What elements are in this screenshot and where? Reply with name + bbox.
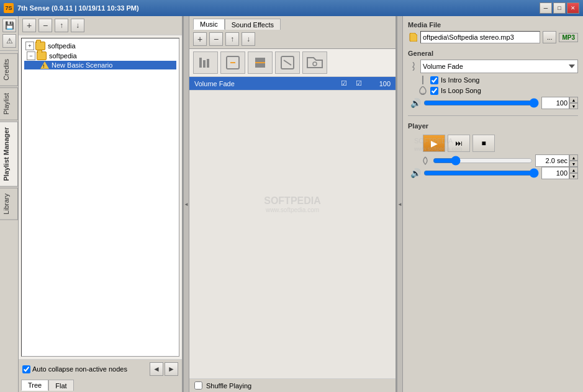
section-divider <box>408 115 578 116</box>
tree-label: New Basic Scenario <box>52 61 112 69</box>
track-list: Volume Fade ☑ ☑ 100 <box>189 77 395 378</box>
volume-down-button[interactable]: ▼ <box>569 103 578 109</box>
warn-button[interactable]: ⚠ <box>2 34 16 48</box>
window-controls: ─ □ ✕ <box>540 2 579 14</box>
player-volume-slider[interactable] <box>423 168 539 178</box>
time-input[interactable] <box>535 154 569 167</box>
move-down-button[interactable]: ↓ <box>71 19 84 32</box>
tree-item-selected[interactable]: New Basic Scenario <box>24 61 176 69</box>
volume-slider[interactable] <box>423 98 539 108</box>
track-up-button[interactable]: ↑ <box>225 32 239 46</box>
track-name: Volume Fade <box>192 80 338 87</box>
svg-rect-0 <box>199 58 202 68</box>
maximize-button[interactable]: □ <box>553 2 566 14</box>
channel-btn-5[interactable] <box>302 51 327 74</box>
loop-label: Is Loop Song <box>441 87 481 94</box>
media-file-row: ... MP3 <box>408 31 578 43</box>
tree-item[interactable]: − softpedia <box>24 51 176 61</box>
auto-collapse-checkbox[interactable] <box>22 365 30 373</box>
tab-flat-button[interactable]: Flat <box>48 380 73 391</box>
track-value: 100 <box>368 80 393 87</box>
folder-icon <box>35 42 45 50</box>
tab-tree-button[interactable]: Tree <box>21 380 48 391</box>
tab-sound-effects-button[interactable]: Sound Effects <box>225 19 281 30</box>
nav-arrows: ◄ ► <box>150 362 178 376</box>
media-file-input[interactable] <box>420 31 540 43</box>
app-icon: 7S <box>4 3 14 13</box>
player-volume-icon: 🔊 <box>410 168 421 178</box>
save-button[interactable]: 💾 <box>2 19 16 32</box>
tree-item[interactable]: + softpedia <box>24 41 176 51</box>
left-bottom-bar: Auto collapse non-active nodes ◄ ► <box>19 359 182 378</box>
channel-btn-1[interactable] <box>193 51 218 74</box>
player-vol-up-button[interactable]: ▲ <box>569 167 578 173</box>
main-container: 💾 ⚠ Credits Playlist Playlist Manager Li… <box>0 16 583 392</box>
file-indent <box>408 33 418 42</box>
remove-track-button[interactable]: − <box>209 32 223 46</box>
time-slider[interactable] <box>433 156 533 166</box>
left-collapse-handle[interactable]: ◄ <box>183 16 189 392</box>
track-row[interactable]: Volume Fade ☑ ☑ 100 <box>189 77 395 91</box>
svg-point-8 <box>313 62 317 66</box>
minimize-button[interactable]: ─ <box>540 2 552 14</box>
nav-prev-button[interactable]: ◄ <box>150 362 163 376</box>
add-node-button[interactable]: + <box>22 19 36 32</box>
player-section: Player SOFTPEDIAwww.softpedia.com ▶ ⏭ ■ <box>408 122 578 179</box>
sidebar-tab-playlist[interactable]: Playlist <box>0 87 18 120</box>
general-title: General <box>408 50 578 57</box>
channel-btn-3[interactable] <box>248 51 273 74</box>
right-collapse-handle[interactable]: ◄ <box>397 16 403 392</box>
track-down-button[interactable]: ↓ <box>242 32 255 46</box>
close-button[interactable]: ✕ <box>567 2 579 14</box>
volume-input[interactable]: 100 <box>541 97 569 109</box>
player-volume-input[interactable]: 100 <box>541 167 569 179</box>
nav-next-button[interactable]: ► <box>165 362 178 376</box>
svg-rect-1 <box>203 60 206 68</box>
general-section: General Volume Fade Fade In Fade Out Cro… <box>408 50 578 109</box>
sidebar-tab-credits[interactable]: Credits <box>0 53 18 86</box>
player-vol-down-button[interactable]: ▼ <box>569 173 578 179</box>
move-up-button[interactable]: ↑ <box>55 19 68 32</box>
play-button[interactable]: ▶ <box>423 135 445 152</box>
loop-indent <box>418 86 428 95</box>
stop-button[interactable]: ■ <box>472 135 495 152</box>
time-down-button[interactable]: ▼ <box>569 161 578 167</box>
loop-checkbox-row: Is Loop Song <box>408 86 578 95</box>
shuffle-checkbox[interactable] <box>194 381 202 390</box>
skip-button[interactable]: ⏭ <box>448 135 470 152</box>
auto-collapse-label[interactable]: Auto collapse non-active nodes <box>22 365 127 373</box>
file-type-badge: MP3 <box>559 33 578 42</box>
tree-view: + softpedia − softpedia New Basic Scenar… <box>21 38 179 357</box>
time-slider-row: ▲ ▼ <box>408 154 578 167</box>
channel-btn-2[interactable] <box>220 51 245 74</box>
gen-indent <box>408 62 418 71</box>
time-up-button[interactable]: ▲ <box>569 154 578 161</box>
tab-music-button[interactable]: Music <box>193 19 225 30</box>
track-check2: ☑ <box>353 79 368 87</box>
sidebar-tab-playlist-manager[interactable]: Playlist Manager <box>0 122 18 187</box>
channel-icons-row <box>189 49 395 77</box>
tree-label: softpedia <box>48 42 76 50</box>
svg-rect-2 <box>207 59 209 68</box>
tree-label: softpedia <box>49 52 77 60</box>
tree-expand-icon[interactable]: + <box>25 42 34 50</box>
track-check1: ☑ <box>338 79 353 87</box>
volume-up-button[interactable]: ▲ <box>569 97 578 103</box>
volume-spin: 100 ▲ ▼ <box>541 97 578 109</box>
player-volume-slider-row: 🔊 100 ▲ ▼ <box>408 167 578 179</box>
right-panel: Media File ... MP3 General Volume Fade F… <box>403 16 583 392</box>
middle-toolbar: + − ↑ ↓ <box>189 30 395 48</box>
remove-node-button[interactable]: − <box>38 19 52 32</box>
shuffle-label: Shuffle Playing <box>206 382 251 390</box>
media-file-section: Media File ... MP3 <box>408 21 578 46</box>
add-track-button[interactable]: + <box>193 32 207 46</box>
loop-checkbox[interactable] <box>430 87 438 95</box>
channel-btn-4[interactable] <box>275 51 300 74</box>
sidebar-tab-library[interactable]: Library <box>0 188 18 220</box>
tree-expand-icon[interactable]: − <box>27 51 35 60</box>
general-dropdown-row: Volume Fade Fade In Fade Out Crossfade <box>408 60 578 73</box>
intro-checkbox[interactable] <box>430 76 438 84</box>
browse-button[interactable]: ... <box>543 31 556 43</box>
time-spin-arrows: ▲ ▼ <box>569 154 578 167</box>
general-dropdown[interactable]: Volume Fade Fade In Fade Out Crossfade <box>420 60 578 73</box>
